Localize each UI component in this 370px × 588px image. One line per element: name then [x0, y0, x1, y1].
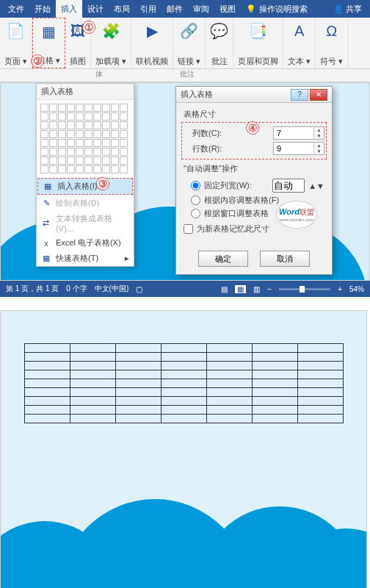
up-arrow-icon[interactable]: ▲ [314, 127, 324, 133]
down-arrow-icon[interactable]: ▼ [314, 148, 324, 154]
section-size-label: 表格尺寸 [184, 109, 324, 120]
rows-input[interactable] [274, 143, 313, 154]
annotation-4: ④ [246, 121, 259, 135]
ribbon: 📄页面 ▾ ▦表格 ▾ 🖼插图 🧩加载项 ▾ ▶联机视频 🔗链接 ▾ 💬批注 📑… [0, 18, 370, 69]
table-size-grid[interactable] [37, 100, 134, 177]
check-remember-label: 为新表格记忆此尺寸 [197, 223, 269, 234]
inserted-table[interactable] [24, 343, 344, 423]
ribbon-group-text[interactable]: A文本 ▾ [283, 18, 316, 68]
ribbon-group-comment[interactable]: 💬批注 [206, 18, 233, 68]
view-read-icon[interactable]: ▤ [221, 285, 228, 293]
status-page: 第 1 页，共 1 页 [6, 284, 59, 294]
radio-fit-window[interactable] [191, 209, 200, 218]
section-autofit-label: "自动调整"操作 [184, 163, 324, 174]
table-dropdown: 插入表格 ▦插入表格(I)... ✎绘制表格(D) ⇄文本转换成表格(V)...… [36, 83, 134, 267]
chevron-right-icon: ▸ [125, 254, 129, 263]
cloud-decoration-2 [0, 470, 367, 588]
zoom-slider[interactable] [279, 288, 330, 290]
status-bar: 第 1 页，共 1 页 0 个字 中文(中国) ▢ ▤ ▦ ▥ − + 54% [0, 281, 370, 297]
zoom-level[interactable]: 54% [349, 285, 364, 293]
rows-spinner[interactable]: ▲▼ [273, 142, 324, 155]
tab-layout[interactable]: 布局 [109, 0, 135, 18]
comment-icon: 💬 [210, 21, 228, 41]
menu-convert-text: ⇄文本转换成表格(V)... [37, 211, 134, 235]
sublabel-comment: 批注 [154, 69, 220, 82]
view-print-icon[interactable]: ▦ [235, 285, 246, 293]
up-arrow-icon[interactable]: ▲ [314, 143, 324, 148]
link-icon: 🔗 [180, 21, 198, 41]
grid-icon: ▦ [41, 254, 51, 263]
view-web-icon[interactable]: ▥ [253, 285, 260, 293]
document-canvas-1: 插入表格 ▦插入表格(I)... ✎绘制表格(D) ⇄文本转换成表格(V)...… [0, 82, 370, 281]
radio-fixed-width[interactable] [191, 181, 200, 190]
up-arrow-icon[interactable]: ▲ [308, 182, 316, 190]
cols-spinner[interactable]: ▲▼ [273, 126, 324, 140]
menu-quick-table[interactable]: ▦快速表格(T)▸ [37, 251, 134, 266]
tab-mail[interactable]: 邮件 [162, 0, 188, 18]
textbox-icon: A [294, 21, 304, 41]
radio-fit-content[interactable] [191, 196, 200, 205]
ribbon-group-links[interactable]: 🔗链接 ▾ [173, 18, 206, 68]
excel-icon: x [41, 239, 51, 248]
lightbulb-icon: 💡 [246, 0, 256, 18]
convert-icon: ⇄ [41, 218, 51, 228]
addin-icon: 🧩 [102, 21, 120, 41]
ribbon-group-video[interactable]: ▶联机视频 [131, 18, 173, 68]
rows-label: 行数(R): [184, 143, 273, 154]
status-words: 0 个字 [66, 284, 87, 294]
radio-fit-content-label: 根据内容调整表格(F) [204, 195, 279, 206]
page-icon: 📄 [7, 21, 25, 41]
tab-file[interactable]: 文件 [3, 0, 29, 18]
annotation-2: ② [31, 54, 44, 68]
grid-icon: ▦ [43, 182, 53, 191]
tab-home[interactable]: 开始 [29, 0, 56, 18]
menu-bar: 文件 开始 插入 设计 布局 引用 邮件 审阅 视图 💡操作说明搜索 👤 共享 [0, 0, 370, 18]
symbol-icon: Ω [326, 21, 337, 41]
cols-input[interactable] [274, 127, 313, 139]
dialog-title: 插入表格 [181, 89, 289, 100]
ribbon-subbar: 体 批注 [0, 69, 370, 82]
watermark-badge: Word联盟www.wordlm.com [276, 201, 317, 229]
radio-fixed-label: 固定列宽(W): [204, 180, 272, 191]
tab-references[interactable]: 引用 [135, 0, 162, 18]
down-arrow-icon[interactable]: ▼ [316, 182, 324, 190]
dialog-titlebar: 插入表格 ? ✕ [176, 87, 332, 103]
insert-table-dialog: 插入表格 ? ✕ 表格尺寸 列数(C): ▲▼ 行数(R): ▲▼ "自动调整"… [175, 86, 333, 275]
close-button[interactable]: ✕ [310, 89, 327, 101]
ribbon-group-addins[interactable]: 🧩加载项 ▾ [91, 18, 131, 68]
zoom-out-button[interactable]: − [267, 285, 272, 293]
document-canvas-2 [0, 310, 367, 588]
dropdown-title: 插入表格 [37, 84, 134, 100]
share-button[interactable]: 👤 共享 [328, 0, 367, 18]
macro-icon[interactable]: ▢ [136, 285, 142, 293]
pencil-icon: ✎ [41, 198, 51, 208]
annotation-1: ① [82, 21, 95, 34]
tell-me[interactable]: 💡操作说明搜索 [241, 0, 313, 18]
table-icon: ▦ [42, 21, 56, 42]
width-input[interactable] [272, 179, 305, 193]
tab-design[interactable]: 设计 [82, 0, 109, 18]
width-spinner[interactable]: ▲▼ [272, 179, 324, 193]
tab-insert[interactable]: 插入 [56, 0, 82, 18]
zoom-in-button[interactable]: + [338, 285, 342, 293]
cancel-button[interactable]: 取消 [260, 251, 310, 267]
tab-view[interactable]: 视图 [214, 0, 241, 18]
menu-excel-sheet[interactable]: xExcel 电子表格(X) [37, 235, 134, 251]
video-icon: ▶ [147, 21, 158, 41]
annotation-3: ③ [96, 177, 109, 190]
check-remember[interactable] [184, 224, 193, 234]
cols-label: 列数(C): [184, 128, 273, 139]
help-button[interactable]: ? [291, 89, 308, 101]
down-arrow-icon[interactable]: ▼ [314, 133, 324, 139]
tab-review[interactable]: 审阅 [188, 0, 214, 18]
menu-draw-table: ✎绘制表格(D) [37, 196, 134, 211]
ribbon-group-symbol[interactable]: Ω符号 ▾ [316, 18, 348, 68]
header-icon: 📑 [249, 21, 267, 41]
ribbon-group-headerfooter[interactable]: 📑页眉和页脚 [233, 18, 283, 68]
ribbon-group-page[interactable]: 📄页面 ▾ [0, 18, 32, 68]
ok-button[interactable]: 确定 [198, 251, 248, 267]
share-icon: 👤 [333, 4, 344, 13]
status-lang[interactable]: 中文(中国) [95, 284, 129, 294]
menu-insert-table[interactable]: ▦插入表格(I)... [37, 178, 133, 195]
sublabel-font: 体 [44, 69, 154, 82]
